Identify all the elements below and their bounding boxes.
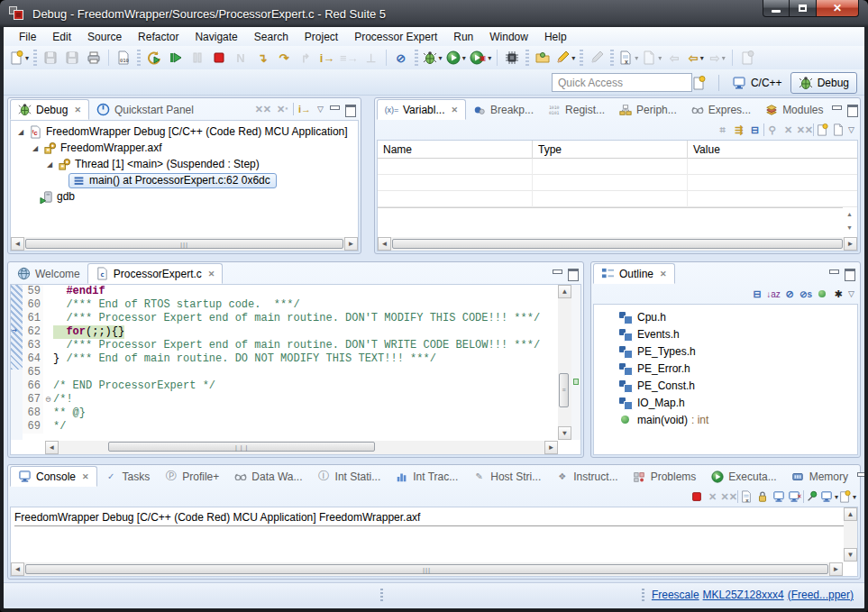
outline-item-include[interactable]: PE_Const.h	[594, 377, 857, 394]
dropdown-icon[interactable]: ▾	[700, 54, 704, 62]
console-vertical-scrollbar[interactable]: ▲ ▼	[844, 507, 857, 562]
freescale-link[interactable]: Freescale	[652, 589, 699, 601]
hide-fields-button[interactable]: ⊘	[781, 288, 798, 300]
outline-item-main[interactable]: main(void) : int	[594, 411, 857, 428]
table-row[interactable]	[378, 175, 857, 191]
last-edit-location-button[interactable]	[737, 48, 757, 68]
restart-button[interactable]	[144, 48, 164, 68]
outline-item-include[interactable]: PE_Types.h	[594, 343, 857, 360]
menu-search[interactable]: Search	[246, 29, 297, 45]
view-menu-icon[interactable]: ▽	[846, 125, 856, 134]
expander-icon[interactable]: ◢	[45, 160, 54, 169]
scroll-left-arrow[interactable]: ◄	[11, 562, 24, 576]
instruction-stepping-button[interactable]: i→	[317, 48, 337, 68]
quick-access-input[interactable]	[552, 73, 692, 92]
outline-item-include[interactable]: Events.h	[594, 325, 857, 343]
editor-horizontal-scrollbar[interactable]: ◄ ||| ►	[45, 441, 558, 454]
perspective-cpp-button[interactable]: C/C++	[724, 72, 790, 94]
code-line[interactable]: 68** @}	[23, 406, 558, 420]
tab-host-strings[interactable]: ✎Host Stri...	[465, 466, 548, 487]
tree-item-launch[interactable]: ◢ FreedomWrapper Debug [C/C++ (Code Red)…	[11, 123, 358, 140]
dropdown-icon[interactable]: ▾	[658, 54, 662, 62]
tab-int-statistics[interactable]: ⒾInt Stati...	[310, 466, 388, 487]
outline-item-include[interactable]: IO_Map.h	[594, 394, 857, 411]
mcu-part-link[interactable]: MKL25Z128xxx4	[703, 589, 784, 601]
disconnect-button[interactable]: N	[231, 48, 251, 68]
scroll-down-arrow[interactable]: ▼	[844, 548, 857, 562]
forward-button[interactable]: ⇨▾	[708, 48, 727, 68]
annotation-ruler[interactable]: ➜	[11, 285, 23, 440]
tab-tasks[interactable]: ✓Tasks	[97, 466, 158, 487]
hide-non-public-button[interactable]	[814, 288, 830, 300]
terminate-console-button[interactable]	[689, 491, 705, 503]
scroll-up-arrow[interactable]: ▲	[844, 507, 857, 521]
remove-all-terminated-button[interactable]: ✕✕	[255, 104, 271, 115]
mark-occurrences-button[interactable]: ▾	[554, 48, 576, 68]
dropdown-icon[interactable]: ▾	[439, 54, 443, 62]
debug-launch-button[interactable]: ▾	[422, 48, 443, 68]
menu-run[interactable]: Run	[445, 29, 481, 45]
title-bar[interactable]: Debug - FreedomWrapper/Sources/Processor…	[0, 0, 868, 27]
resume-button[interactable]	[166, 48, 186, 68]
code-line[interactable]: 63 /*** Processor Expert end of main rou…	[23, 339, 558, 352]
maximize-view-button[interactable]	[845, 104, 858, 114]
scroll-left-arrow[interactable]: ◄	[11, 237, 24, 251]
expander-icon[interactable]: ◢	[16, 128, 25, 136]
code-area[interactable]: 59 #endif 60 /*** End of RTOS startup co…	[23, 285, 558, 440]
tree-item-axf[interactable]: ◢ FreedomWrapper.axf	[11, 140, 358, 156]
scroll-right-arrow[interactable]: ►	[844, 237, 857, 251]
expander-icon[interactable]: ◢	[31, 144, 40, 152]
show-stdout-button[interactable]	[771, 491, 787, 503]
show-type-names-button[interactable]: ⌗	[715, 124, 731, 136]
tab-expressions[interactable]: Expres...	[684, 99, 758, 120]
open-project-button[interactable]	[533, 48, 553, 68]
show-stderr-button[interactable]: ✕	[787, 491, 803, 503]
code-line-current[interactable]: 62 for(;;){}	[23, 325, 558, 339]
menu-window[interactable]: Window	[481, 29, 536, 45]
close-icon[interactable]: ✕	[208, 269, 215, 279]
tree-item-gdb[interactable]: gdb	[11, 188, 358, 205]
print-button[interactable]	[84, 48, 104, 68]
minimize-view-button[interactable]	[830, 104, 843, 114]
close-icon[interactable]: ✕	[82, 472, 89, 481]
save-all-button[interactable]	[62, 48, 82, 68]
new-binary-button[interactable]	[114, 48, 133, 68]
dropdown-icon[interactable]: ▾	[462, 54, 466, 62]
profile-launch-button[interactable]: ▣▾	[469, 48, 493, 68]
scroll-right-arrow[interactable]: ►	[544, 441, 558, 454]
code-line[interactable]: 64} /*** End of main routine. DO NOT MOD…	[23, 352, 558, 366]
suspend-button[interactable]	[187, 48, 207, 68]
perspective-debug-button[interactable]: Debug	[790, 72, 857, 94]
view-menu-icon[interactable]: ▽	[315, 105, 325, 114]
table-row[interactable]	[378, 159, 857, 175]
remove-all-button[interactable]: ✕✕	[797, 124, 813, 136]
maximize-view-button[interactable]	[343, 104, 356, 114]
edit-annotation-button[interactable]	[587, 48, 607, 68]
overview-ruler[interactable]	[571, 285, 580, 440]
terminate-button[interactable]	[209, 48, 229, 68]
maximize-editor-button[interactable]	[566, 268, 579, 279]
tab-profile[interactable]: ⓅProfile+	[157, 466, 226, 487]
detail-scrollbar[interactable]: ▲▼	[844, 209, 855, 233]
maximize-window-button[interactable]	[790, 0, 816, 17]
tab-debug[interactable]: Debug ✕	[10, 99, 89, 120]
minimize-window-button[interactable]	[763, 0, 790, 17]
column-name[interactable]: Name	[378, 141, 533, 159]
add-new-expression-button[interactable]	[814, 124, 830, 136]
remove-all-terminated-button[interactable]: ✕✕	[721, 491, 737, 503]
tab-peripherals[interactable]: Periph...	[612, 99, 684, 120]
clear-console-button[interactable]	[738, 491, 754, 503]
tab-processorexpert-c[interactable]: ProcessorExpert.c ✕	[87, 263, 224, 284]
tab-int-trace[interactable]: Int Trac...	[388, 466, 465, 487]
code-line[interactable]: 59 #endif	[23, 285, 558, 298]
tab-outline[interactable]: Outline ✕	[593, 263, 675, 284]
debug-horizontal-scrollbar[interactable]: ◄ ||| ►	[11, 237, 358, 251]
tree-item-thread[interactable]: ◢ Thread [1] <main> (Suspended : Step)	[11, 156, 358, 172]
dropdown-icon[interactable]: ▾	[571, 54, 575, 62]
menu-processor-expert[interactable]: Processor Expert	[346, 29, 445, 45]
show-logical-structures-button[interactable]: ⇶	[731, 124, 747, 136]
tab-memory[interactable]: Memory	[784, 466, 855, 487]
disconnect-all-button[interactable]: ✕*	[274, 104, 290, 115]
menu-help[interactable]: Help	[536, 29, 575, 45]
close-window-button[interactable]: ✕	[816, 0, 859, 17]
